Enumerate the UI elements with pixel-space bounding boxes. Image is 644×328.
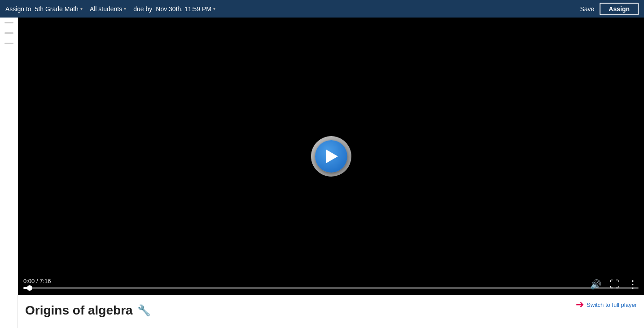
time-display: 0:00 / 7:16 — [23, 278, 639, 284]
top-bar: Assign to 5th Grade Math ▾ All students … — [0, 0, 644, 18]
class-dropdown-value: 5th Grade Math — [35, 5, 79, 13]
video-play-center — [311, 136, 351, 177]
due-date-dropdown[interactable]: Nov 30th, 11:59 PM ▾ — [152, 5, 219, 13]
progress-thumb — [27, 285, 32, 291]
students-dropdown-value: All students — [90, 5, 122, 13]
below-video: ➔ Switch to full player Origins of algeb… — [18, 295, 644, 328]
controls-right: 🔊 ⛶ ⋮ — [590, 278, 639, 291]
sidebar-line-3 — [4, 43, 13, 44]
students-dropdown-chevron: ▾ — [124, 6, 126, 11]
progress-bar[interactable] — [23, 287, 639, 289]
class-dropdown-chevron: ▾ — [80, 6, 83, 11]
sidebar — [0, 18, 18, 328]
video-title: Origins of algebra 🔧 — [25, 303, 151, 318]
video-title-text: Origins of algebra — [25, 303, 133, 318]
fullscreen-icon[interactable]: ⛶ — [609, 279, 619, 290]
students-dropdown[interactable]: All students ▾ — [86, 5, 130, 13]
play-button-outer[interactable] — [311, 136, 351, 177]
more-options-icon[interactable]: ⋮ — [627, 278, 639, 291]
play-button-inner[interactable] — [315, 140, 347, 173]
arrow-right-icon: ➔ — [576, 299, 584, 310]
sidebar-line-2 — [4, 32, 13, 34]
video-player[interactable]: 0:00 / 7:16 🔊 ⛶ ⋮ — [18, 18, 644, 295]
switch-label[interactable]: Switch to full player — [587, 301, 637, 308]
save-button[interactable]: Save — [574, 5, 600, 13]
switch-to-full-player[interactable]: ➔ Switch to full player — [576, 299, 637, 310]
due-date-value: Nov 30th, 11:59 PM — [156, 5, 211, 13]
class-dropdown[interactable]: 5th Grade Math ▾ — [31, 5, 86, 13]
assign-to-label: Assign to — [5, 5, 31, 13]
due-date-chevron: ▾ — [213, 6, 215, 11]
wrench-icon[interactable]: 🔧 — [137, 304, 151, 317]
video-controls: 0:00 / 7:16 🔊 ⛶ ⋮ — [18, 274, 644, 295]
play-triangle-icon — [326, 150, 338, 163]
content-area: 0:00 / 7:16 🔊 ⛶ ⋮ ➔ Switch to full playe… — [18, 18, 644, 328]
sidebar-line-1 — [4, 22, 13, 23]
due-by-label: due by — [133, 5, 152, 13]
progress-fill — [23, 287, 30, 289]
volume-icon[interactable]: 🔊 — [590, 279, 601, 290]
assign-button[interactable]: Assign — [600, 3, 639, 15]
main-content: 0:00 / 7:16 🔊 ⛶ ⋮ ➔ Switch to full playe… — [0, 18, 644, 328]
